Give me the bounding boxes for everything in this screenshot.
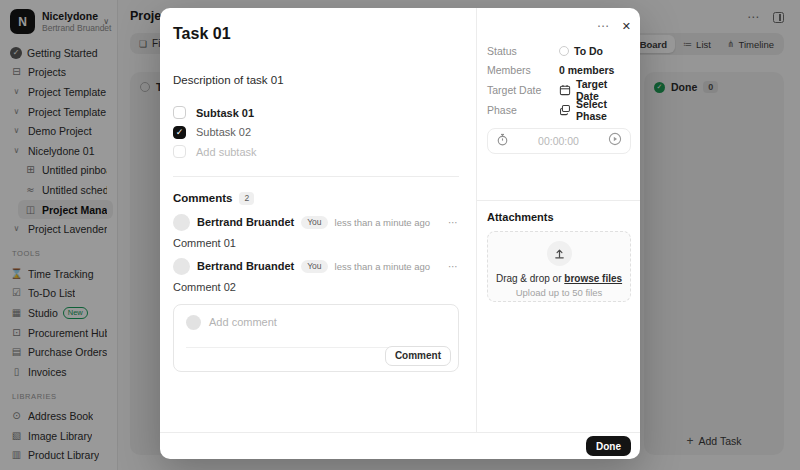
comment-input[interactable]: Add comment: [209, 316, 277, 328]
target-date-label: Target Date: [487, 84, 559, 96]
comment-timestamp: less than a minute ago: [335, 217, 431, 228]
subtask-label: Subtask 01: [196, 107, 254, 119]
subtask-list: Subtask 01 Subtask 02: [173, 103, 459, 142]
calendar-icon: [559, 84, 571, 96]
stopwatch-icon: [496, 132, 509, 150]
status-selector[interactable]: To Do: [559, 45, 603, 57]
task-main-column: Task 01 Description of task 01 Subtask 0…: [160, 8, 476, 432]
phase-stack-icon: [559, 104, 571, 116]
drop-prefix: Drag & drop or: [496, 273, 564, 284]
modal-footer: Done: [160, 432, 640, 459]
task-title[interactable]: Task 01: [173, 25, 459, 43]
comment-author: Bertrand Bruandet: [197, 216, 294, 228]
detail-fields: Status To Do Members 0 members Target Da…: [487, 41, 631, 119]
app-root: N Nicelydone Bertrand Bruandet ∨ ✓ Getti…: [0, 0, 800, 470]
comment-list: Bertrand Bruandet You less than a minute…: [173, 214, 459, 293]
subtask-row: Subtask 01: [173, 103, 459, 123]
subtask-checkbox[interactable]: [173, 106, 186, 119]
comment-meta-row: Bertrand Bruandet You less than a minute…: [173, 214, 459, 231]
comments-count-badge: 2: [239, 192, 254, 205]
divider: [173, 176, 459, 177]
comments-title: Comments: [173, 192, 232, 204]
comments-header: Comments 2: [173, 192, 459, 205]
file-dropzone[interactable]: Drag & drop or browse files Upload up to…: [487, 231, 631, 302]
status-field: Status To Do: [487, 41, 631, 61]
subtask-label: Subtask 02: [196, 126, 251, 138]
close-icon[interactable]: ✕: [622, 20, 631, 33]
divider: [477, 200, 640, 201]
status-label: Status: [487, 45, 559, 57]
play-icon[interactable]: [608, 132, 622, 150]
attachments-title: Attachments: [487, 211, 631, 223]
browse-files-link[interactable]: browse files: [564, 273, 622, 284]
comment-text: Comment 02: [173, 281, 459, 293]
phase-label: Phase: [487, 104, 559, 116]
avatar: [186, 315, 201, 330]
you-badge: You: [301, 260, 327, 273]
dropzone-hint: Upload up to 50 files: [516, 287, 603, 298]
members-label: Members: [487, 64, 559, 76]
comment-text: Comment 01: [173, 237, 459, 249]
timer-value[interactable]: 00:00:00: [509, 135, 608, 147]
comment-author: Bertrand Bruandet: [197, 260, 294, 272]
comment-composer: Add comment Comment: [173, 304, 459, 372]
add-subtask-placeholder: Add subtask: [196, 146, 257, 158]
kebab-menu-icon[interactable]: ⋯: [597, 19, 610, 33]
comment-item: Bertrand Bruandet You less than a minute…: [173, 258, 459, 293]
subtask-row: Subtask 02: [173, 123, 459, 143]
status-circle-icon: [559, 46, 569, 56]
time-tracker: 00:00:00: [487, 128, 631, 154]
comment-submit-button[interactable]: Comment: [385, 346, 451, 366]
members-selector[interactable]: 0 members: [559, 64, 614, 76]
status-value: To Do: [574, 45, 603, 57]
avatar: [173, 258, 190, 275]
task-detail-modal: Task 01 Description of task 01 Subtask 0…: [160, 8, 640, 459]
comment-input-row: Add comment: [174, 305, 458, 330]
dropzone-text: Drag & drop or browse files: [496, 273, 622, 284]
task-description[interactable]: Description of task 01: [173, 74, 459, 86]
comment-meta-row: Bertrand Bruandet You less than a minute…: [173, 258, 459, 275]
subtask-checkbox[interactable]: [173, 126, 186, 139]
members-value: 0 members: [559, 64, 614, 76]
you-badge: You: [301, 216, 327, 229]
avatar: [173, 214, 190, 231]
add-subtask-row[interactable]: Add subtask: [173, 142, 459, 162]
panel-actions: ⋯ ✕: [487, 18, 631, 34]
comment-item: Bertrand Bruandet You less than a minute…: [173, 214, 459, 249]
kebab-menu-icon[interactable]: ⋯: [448, 217, 459, 228]
phase-selector[interactable]: Select Phase: [559, 98, 631, 122]
add-subtask-checkbox: [173, 145, 186, 158]
upload-icon: [547, 241, 572, 266]
phase-value: Select Phase: [576, 98, 631, 122]
comment-timestamp: less than a minute ago: [335, 261, 431, 272]
kebab-menu-icon[interactable]: ⋯: [448, 261, 459, 272]
done-button[interactable]: Done: [586, 436, 631, 456]
task-details-panel: ⋯ ✕ Status To Do Members 0 members: [476, 8, 640, 432]
phase-field: Phase Select Phase: [487, 100, 631, 120]
